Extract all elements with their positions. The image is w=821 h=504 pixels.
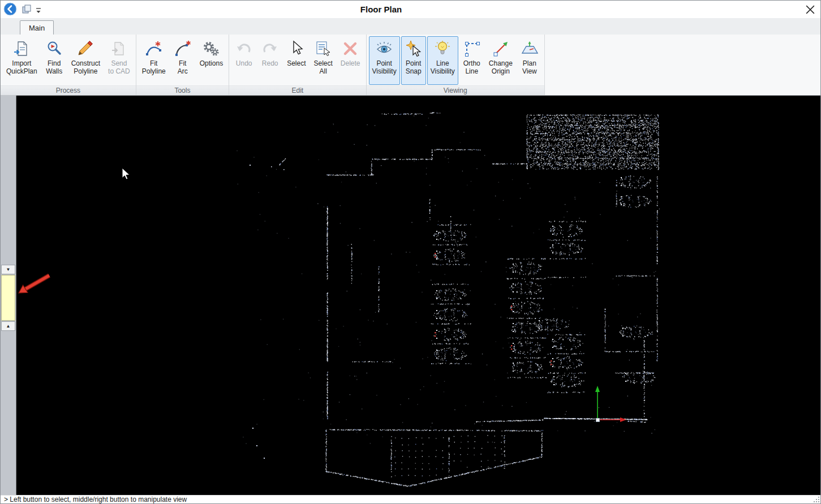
light-bulb-icon [433, 40, 452, 58]
side-panel-strip: ▼ ▲ [1, 96, 16, 495]
ribbon-group-process: ImportQuickPlan FindWalls [1, 35, 136, 95]
button-label: ChangeOrigin [489, 59, 513, 75]
ribbon-group-edit: Undo Redo Select [229, 35, 366, 95]
button-label: SelectAll [314, 59, 333, 75]
group-caption-viewing: Viewing [367, 85, 544, 95]
button-label: OrthoLine [463, 59, 480, 75]
button-label: Undo [236, 59, 252, 75]
undo-icon [235, 40, 253, 58]
line-visibility-button[interactable]: LineVisibility [427, 36, 458, 85]
select-all-button[interactable]: SelectAll [311, 36, 336, 85]
button-label: Options [200, 59, 223, 75]
ribbon-group-viewing: PointVisibility PointSnap [367, 35, 545, 95]
find-walls-button[interactable]: FindWalls [42, 36, 67, 85]
options-button[interactable]: Options [196, 36, 226, 85]
app-window: Floor Plan Main ImportQuickPlan [0, 0, 821, 504]
status-bar: > Left button to select, middle/right bu… [1, 495, 820, 503]
construct-polyline-icon [76, 40, 94, 58]
ribbon-group-tools: FitPolyline FitArc Options [136, 35, 229, 95]
ribbon-tab-strip: Main [1, 18, 820, 35]
change-origin-icon [492, 40, 510, 58]
button-label: ImportQuickPlan [6, 59, 37, 75]
import-quickplan-button[interactable]: ImportQuickPlan [3, 36, 41, 85]
find-walls-icon [45, 40, 63, 58]
tab-main[interactable]: Main [20, 20, 54, 35]
point-snap-button[interactable]: PointSnap [401, 36, 426, 85]
title-bar: Floor Plan [1, 1, 820, 18]
button-label: PointSnap [406, 59, 422, 75]
plan-view-button[interactable]: PlanView [517, 36, 542, 85]
ribbon: ImportQuickPlan FindWalls [1, 35, 820, 96]
group-caption-tools: Tools [136, 85, 229, 95]
import-quickplan-icon [12, 40, 31, 58]
panel-up-button[interactable]: ▲ [1, 321, 15, 331]
eye-icon [375, 40, 393, 58]
change-origin-button[interactable]: ChangeOrigin [485, 36, 516, 85]
select-button[interactable]: Select [283, 36, 309, 85]
select-cursor-icon [287, 40, 306, 58]
workspace: ▼ ▲ [1, 96, 820, 495]
button-label: Redo [262, 59, 278, 75]
undo-button[interactable]: Undo [231, 36, 256, 85]
button-label: FindWalls [46, 59, 62, 75]
quick-access-paste-icon[interactable] [21, 3, 32, 15]
back-button[interactable] [3, 2, 17, 16]
group-caption-edit: Edit [229, 85, 366, 95]
construct-polyline-button[interactable]: ConstructPolyline [68, 36, 104, 85]
quick-access-dropdown-icon[interactable] [36, 6, 41, 13]
fit-arc-icon [174, 40, 192, 58]
button-label: Sendto CAD [108, 59, 130, 75]
group-caption-process: Process [1, 85, 136, 95]
panel-down-button[interactable]: ▼ [1, 265, 15, 274]
button-label: Delete [341, 59, 360, 75]
ortho-line-icon [463, 40, 481, 58]
delete-button[interactable]: Delete [337, 36, 364, 85]
fit-polyline-icon [145, 40, 163, 58]
floorplan-viewport[interactable] [16, 96, 820, 495]
button-label: ConstructPolyline [71, 59, 100, 75]
snap-cursor-star-icon [405, 40, 423, 58]
fit-polyline-button[interactable]: FitPolyline [139, 36, 169, 85]
close-button[interactable] [806, 5, 815, 14]
ortho-line-button[interactable]: OrthoLine [459, 36, 484, 85]
collapsed-panel[interactable] [1, 275, 15, 321]
button-label: Select [287, 59, 306, 75]
point-visibility-button[interactable]: PointVisibility [369, 36, 400, 85]
resize-grip[interactable] [813, 496, 820, 503]
window-title: Floor Plan [340, 5, 422, 14]
send-to-cad-button[interactable]: Sendto CAD [105, 36, 134, 85]
redo-icon [261, 40, 279, 58]
plan-view-icon [521, 40, 539, 58]
button-label: PointVisibility [372, 59, 397, 75]
status-message: > Left button to select, middle/right bu… [4, 496, 187, 503]
button-label: FitArc [178, 59, 188, 75]
button-label: PlanView [522, 59, 537, 75]
select-all-icon [314, 40, 332, 58]
options-gears-icon [202, 40, 220, 58]
delete-icon [341, 40, 359, 58]
fit-arc-button[interactable]: FitArc [170, 36, 195, 85]
redo-button[interactable]: Redo [257, 36, 282, 85]
send-to-cad-icon [110, 40, 128, 58]
button-label: LineVisibility [431, 59, 455, 75]
button-label: FitPolyline [142, 59, 166, 75]
